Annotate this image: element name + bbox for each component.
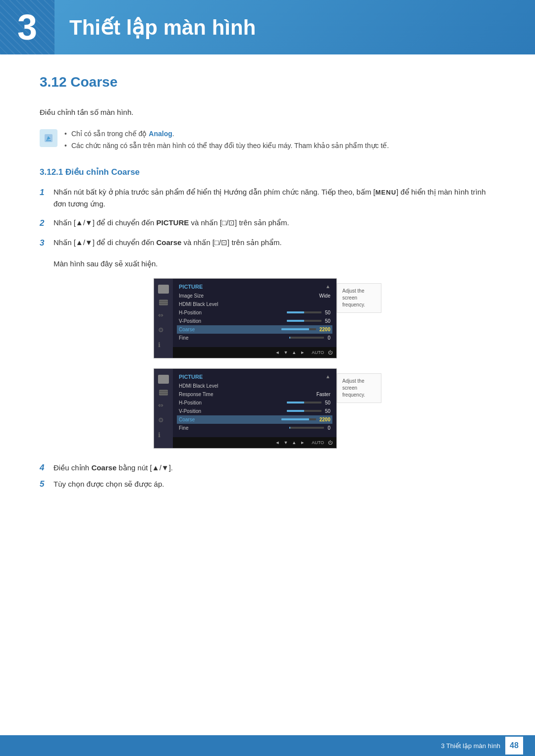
main-content: 3.12 Coarse Điều chỉnh tần số màn hình. … xyxy=(0,54,535,536)
btn-up-2: ▲ xyxy=(292,440,296,445)
menu-row-hpos-1: H-Position 50 xyxy=(179,308,330,317)
step-text-1: Nhấn nút bất kỳ ở phía trước sản phẩm để… xyxy=(54,186,495,210)
monitor-sidebar-1: ⇔ ⚙ ℹ xyxy=(154,279,173,358)
btn-auto-1: AUTO xyxy=(312,350,324,355)
monitor-screen-2: ⇔ ⚙ ℹ PICTURE ▲ HDMI Black Level xyxy=(154,368,337,449)
step-number-4: 4 xyxy=(40,463,54,473)
menu-bar-vpos-1: 50 xyxy=(287,318,330,324)
btn-auto-2: AUTO xyxy=(312,440,324,445)
step-text-2: Nhấn [▲/▼] để di chuyển đến PICTURE và n… xyxy=(54,217,495,229)
btn-right-1: ► xyxy=(300,350,305,355)
arrow-up-1: ▲ xyxy=(325,284,330,289)
sidebar-icon-monitor xyxy=(158,285,169,294)
picture-bold-1: PICTURE xyxy=(156,218,189,227)
step-text-3: Nhấn [▲/▼] để di chuyển đến Coarse và nh… xyxy=(54,237,495,249)
menu-row-hdmi-2: HDMI Black Level xyxy=(179,382,330,390)
menu-row-hpos-2: H-Position 50 xyxy=(179,399,330,407)
footer-page-number: 48 xyxy=(505,737,523,755)
menu-row-fine-2: Fine 0 xyxy=(179,424,330,432)
screen-note: Màn hình sau đây sẽ xuất hiện. xyxy=(40,259,495,268)
page-header: 3 Thiết lập màn hình xyxy=(0,0,535,54)
step-number-1: 1 xyxy=(40,186,54,199)
menu-bar-hpos-1: 50 xyxy=(287,310,330,315)
pencil-icon xyxy=(43,133,54,144)
section-heading: 3.12 Coarse xyxy=(40,74,495,94)
sidebar-icon-lines-2 xyxy=(159,390,168,396)
screen-caption-2: Adjust the screen frequency. xyxy=(337,373,381,403)
menu-bar-fine-1: 0 xyxy=(289,335,330,341)
screen-wrapper-2: ⇔ ⚙ ℹ PICTURE ▲ HDMI Black Level xyxy=(154,368,381,449)
analog-bold: Analog xyxy=(149,130,172,138)
note-item-2: Các chức năng có sẵn trên màn hình có th… xyxy=(64,140,389,152)
btn-left-2: ◄ xyxy=(275,440,279,445)
menu-row-vpos-2: V-Position 50 xyxy=(179,407,330,415)
note-icon xyxy=(40,129,57,147)
note-box: Chỉ có sẵn trong chế độ Analog. Các chức… xyxy=(40,128,495,152)
sidebar-icon-info: ℹ xyxy=(158,341,169,350)
chapter-title: Thiết lập màn hình xyxy=(69,15,256,40)
subsection-heading: 3.12.1 Điều chỉnh Coarse xyxy=(40,167,495,177)
btn-down-1: ▼ xyxy=(283,350,288,355)
menu-row-coarse-2: Coarse 2200 xyxy=(177,415,332,424)
menu-bar-vpos-2: 50 xyxy=(287,408,330,414)
step-5: 5 Tùy chọn được chọn sẽ được áp. xyxy=(40,480,495,489)
arrow-up-2: ▲ xyxy=(325,374,330,379)
sidebar-icon-arrows: ⇔ xyxy=(158,311,169,320)
sidebar-icon-arrows-2: ⇔ xyxy=(158,402,169,410)
monitor-main-2: PICTURE ▲ HDMI Black Level Response Time… xyxy=(173,369,336,437)
step-text-5: Tùy chọn được chọn sẽ được áp. xyxy=(54,480,495,489)
intro-text: Điều chỉnh tần số màn hình. xyxy=(40,106,495,118)
sidebar-icon-gear-2: ⚙ xyxy=(158,416,169,425)
btn-up-1: ▲ xyxy=(292,350,296,355)
screens-container: ⇔ ⚙ ℹ PICTURE ▲ Image Size Wide xyxy=(40,278,495,449)
sidebar-icon-lines xyxy=(159,300,168,305)
sidebar-icon-info-2: ℹ xyxy=(158,431,169,440)
menu-row-coarse-1: Coarse 2200 xyxy=(177,325,332,334)
coarse-bold-2: Coarse xyxy=(91,463,116,472)
step-text-4: Điều chỉnh Coarse bằng nút [▲/▼]. xyxy=(54,463,495,472)
monitor-bottom-bar-2: ◄ ▼ ▲ ► AUTO ⏻ xyxy=(173,437,336,448)
sidebar-icon-gear: ⚙ xyxy=(158,326,169,335)
steps-list: 1 Nhấn nút bất kỳ ở phía trước sản phẩm … xyxy=(40,186,495,250)
menu-bar-coarse-1: 2200 xyxy=(281,327,330,332)
menu-bar-hpos-2: 50 xyxy=(287,400,330,405)
menu-row-image-size: Image Size Wide xyxy=(179,292,330,300)
monitor-screen-1: ⇔ ⚙ ℹ PICTURE ▲ Image Size Wide xyxy=(154,278,337,358)
menu-row-hdmi-1: HDMI Black Level xyxy=(179,300,330,308)
note-item-1: Chỉ có sẵn trong chế độ Analog. xyxy=(64,128,389,140)
menu-key: MENU xyxy=(375,189,396,196)
screen-wrapper-1: ⇔ ⚙ ℹ PICTURE ▲ Image Size Wide xyxy=(154,278,381,358)
menu-row-fine-1: Fine 0 xyxy=(179,334,330,342)
page-footer: 3 Thiết lập màn hình 48 xyxy=(0,735,535,756)
btn-right-2: ► xyxy=(300,440,305,445)
btn-power-2: ⏻ xyxy=(328,440,332,445)
coarse-bold-1: Coarse xyxy=(156,238,181,247)
btn-down-2: ▼ xyxy=(283,440,288,445)
screen-caption-1: Adjust the screen frequency. xyxy=(337,283,381,313)
menu-row-vpos-1: V-Position 50 xyxy=(179,317,330,325)
btn-power-1: ⏻ xyxy=(328,350,332,355)
btn-left-1: ◄ xyxy=(275,350,279,355)
step-1: 1 Nhấn nút bất kỳ ở phía trước sản phẩm … xyxy=(40,186,495,210)
monitor-sidebar-2: ⇔ ⚙ ℹ xyxy=(154,369,173,448)
menu-title-1: PICTURE ▲ xyxy=(179,284,330,290)
menu-bar-coarse-2: 2200 xyxy=(281,417,330,422)
menu-bar-fine-2: 0 xyxy=(289,425,330,431)
step-2: 2 Nhấn [▲/▼] để di chuyển đến PICTURE và… xyxy=(40,217,495,230)
step-number-3: 3 xyxy=(40,236,54,250)
monitor-bottom-bar-1: ◄ ▼ ▲ ► AUTO ⏻ xyxy=(173,347,336,358)
step-number-5: 5 xyxy=(40,479,54,489)
sidebar-icon-monitor-2 xyxy=(158,375,169,384)
menu-title-2: PICTURE ▲ xyxy=(179,374,330,380)
note-list: Chỉ có sẵn trong chế độ Analog. Các chức… xyxy=(64,128,389,152)
step-3: 3 Nhấn [▲/▼] để di chuyển đến Coarse và … xyxy=(40,237,495,250)
footer-section-label: 3 Thiết lập màn hình xyxy=(441,742,500,750)
step-number-2: 2 xyxy=(40,216,54,230)
step-4: 4 Điều chỉnh Coarse bằng nút [▲/▼]. xyxy=(40,463,495,473)
menu-row-response: Response Time Faster xyxy=(179,390,330,399)
monitor-main-1: PICTURE ▲ Image Size Wide HDMI Black Lev… xyxy=(173,279,336,347)
